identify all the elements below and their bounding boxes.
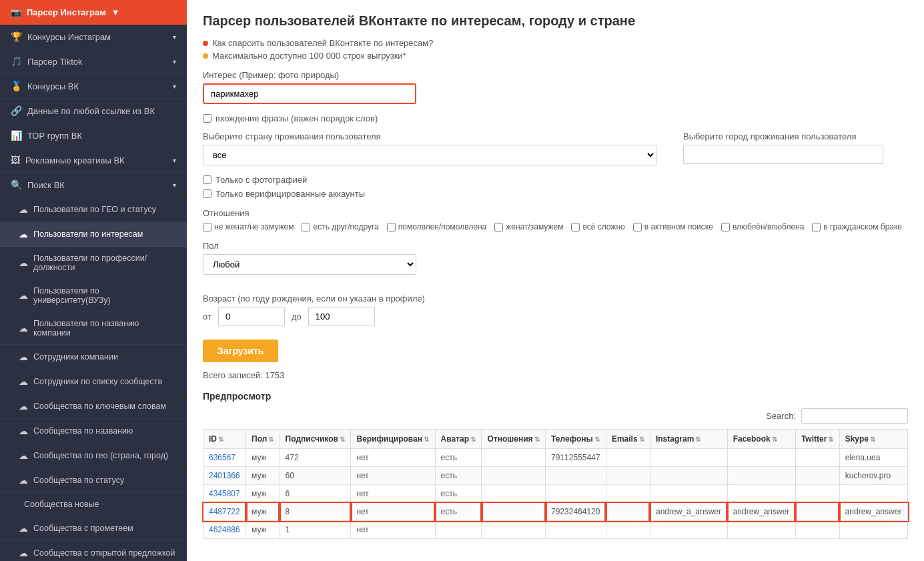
table-cell-id-4[interactable]: 4624886 (203, 521, 246, 539)
sidebar-item-1[interactable]: 🎵 Парсер Tiktok ▾ (0, 49, 187, 74)
table-cell-id-0[interactable]: 636567 (203, 449, 246, 467)
table-body: 636567муж472нетесть79112555447elena.uea2… (203, 449, 908, 539)
col-header-отношения[interactable]: Отношения⇅ (482, 430, 546, 449)
sidebar-item-6[interactable]: 🔍 Поиск ВК ▾ (0, 173, 187, 197)
verified-check-row: Только верифицированные аккаунты (203, 189, 908, 199)
relation-checkbox-1[interactable] (302, 223, 310, 231)
table-cell-id-2[interactable]: 4345807 (203, 485, 246, 503)
verified-checkbox[interactable] (203, 189, 211, 198)
relation-checkbox-6[interactable] (721, 223, 730, 231)
relation-checkbox-2[interactable] (387, 223, 396, 231)
relation-label-1: есть друг/подруга (313, 222, 378, 231)
user-id-link-0[interactable]: 636567 (209, 453, 236, 462)
sidebar-item-12[interactable]: ☁ Сотрудники компании (0, 345, 187, 370)
load-button[interactable]: Загрузить (203, 340, 278, 362)
sidebar-label-4: ТОР групп ВК (27, 131, 82, 141)
col-header-верифицирован[interactable]: Верифицирован⇅ (351, 430, 435, 449)
sidebar-label-15: Сообщества по названию (33, 426, 133, 436)
sidebar-item-7[interactable]: ☁ Пользователи по ГЕО и статусу (0, 197, 187, 222)
sidebar-item-16[interactable]: ☁ Сообщества по гео (страна, город) (0, 444, 187, 468)
sidebar-icon-10: ☁ (19, 290, 28, 301)
col-header-id[interactable]: ID⇅ (203, 430, 246, 449)
filter-checks: Только с фотографией Только верифицирова… (203, 175, 908, 199)
sidebar: 📷 Парсер Инстаграм ▼ 🏆 Конкурсы Инстагра… (0, 0, 187, 561)
table-cell-skype-0: elena.uea (839, 449, 907, 467)
sidebar-item-15[interactable]: ☁ Сообщества по названию (0, 419, 187, 444)
table-cell-id-1[interactable]: 2401366 (203, 467, 246, 485)
sidebar-item-8[interactable]: ☁ Пользователи по интересам (0, 222, 187, 247)
table-cell-телефоны-0: 79112555447 (546, 449, 606, 467)
table-cell-верифицирован-2: нет (351, 485, 435, 503)
user-id-link-3[interactable]: 4487722 (209, 507, 240, 516)
age-from-input[interactable] (218, 307, 285, 326)
sidebar-item-14[interactable]: ☁ Сообщества по ключевым словам (0, 394, 187, 419)
table-cell-skype-3: andrew_answer (839, 503, 907, 521)
sidebar-label-12: Сотрудники компании (33, 352, 118, 362)
search-input[interactable] (801, 408, 908, 424)
sidebar-label-0: Конкурсы Инстаграм (27, 32, 111, 42)
sidebar-item-0[interactable]: 🏆 Конкурсы Инстаграм ▾ (0, 25, 187, 49)
table-cell-верифицирован-4: нет (351, 521, 435, 539)
sort-icon-3: ⇅ (424, 436, 429, 443)
sidebar-item-18[interactable]: Сообщества новые (0, 493, 187, 516)
hint-dot-1 (203, 41, 208, 46)
sidebar-item-20[interactable]: ☁ Сообщества с открытой предложкой (0, 541, 187, 561)
sidebar-icon-3: 🔗 (11, 105, 22, 116)
col-header-instagram[interactable]: Instagram⇅ (650, 430, 727, 449)
relation-checkbox-3[interactable] (494, 223, 503, 231)
preview-label: Предпросмотр (203, 391, 908, 402)
table-cell-телефоны-3: 79232464120 (546, 503, 606, 521)
age-to-input[interactable] (308, 307, 375, 326)
sidebar-icon-9: ☁ (19, 257, 28, 268)
table-cell-телефоны-2 (546, 485, 606, 503)
table-cell-верифицирован-1: нет (351, 467, 435, 485)
phrase-checkbox[interactable] (203, 114, 211, 123)
sidebar-item-4[interactable]: 📊 ТОР групп ВК (0, 123, 187, 148)
col-header-аватар[interactable]: Аватар⇅ (435, 430, 482, 449)
country-select[interactable]: все (203, 145, 656, 165)
sidebar-label-17: Сообщества по статусу (33, 476, 124, 485)
table-cell-id-3[interactable]: 4487722 (203, 503, 246, 521)
city-input[interactable] (683, 145, 883, 164)
sidebar-item-10[interactable]: ☁ Пользователи по университету(ВУЗу) (0, 279, 187, 312)
sidebar-item-9[interactable]: ☁ Пользователи по профессии/должности (0, 247, 187, 279)
table-cell-skype-2 (839, 485, 907, 503)
col-header-emails[interactable]: Emails⇅ (606, 430, 650, 449)
hint-text-2: Максимально доступно 100 000 строк выгру… (212, 51, 406, 61)
col-header-подписчиков[interactable]: Подписчиков⇅ (280, 430, 351, 449)
col-header-twitter[interactable]: Twitter⇅ (795, 430, 839, 449)
user-id-link-2[interactable]: 4345807 (209, 489, 240, 498)
country-col: Выберите страну проживания пользователя … (203, 131, 656, 165)
sidebar-top-label: Парсер Инстаграм (27, 7, 106, 17)
sidebar-item-13[interactable]: ☁ Сотрудники по списку сообществ (0, 370, 187, 394)
col-header-skype[interactable]: Skype⇅ (839, 430, 907, 449)
sidebar-item-17[interactable]: ☁ Сообщества по статусу (0, 468, 187, 493)
sidebar-item-2[interactable]: 🏅 Конкурсы ВК ▾ (0, 74, 187, 99)
table-cell-skype-4 (839, 521, 907, 539)
gender-select[interactable]: ЛюбойМужскойЖенский (203, 254, 416, 275)
user-id-link-1[interactable]: 2401366 (209, 471, 240, 480)
relation-checkbox-4[interactable] (571, 223, 580, 231)
interest-input[interactable] (203, 83, 416, 104)
col-header-телефоны[interactable]: Телефоны⇅ (546, 430, 606, 449)
sidebar-item-5[interactable]: 🖼 Рекламные креативы ВК ▾ (0, 148, 187, 173)
photo-checkbox[interactable] (203, 175, 211, 184)
col-header-facebook[interactable]: Facebook⇅ (727, 430, 795, 449)
sidebar-label-6: Поиск ВК (27, 180, 65, 190)
relations-checkboxes: не женат/не замужем есть друг/подруга по… (203, 222, 908, 231)
relation-checkbox-5[interactable] (633, 223, 642, 231)
hint-line-1: Как спарсить пользователей ВКонтакте по … (203, 38, 908, 48)
col-header-пол[interactable]: Пол⇅ (246, 430, 280, 449)
sidebar-icon-15: ☁ (19, 426, 28, 436)
sidebar-item-19[interactable]: ☁ Сообщества с прометеем (0, 516, 187, 541)
sidebar-label-9: Пользователи по профессии/должности (33, 253, 176, 272)
sidebar-label-19: Сообщества с прометеем (33, 524, 133, 533)
table-cell-подписчиков-2: 6 (280, 485, 351, 503)
relation-checkbox-0[interactable] (203, 223, 211, 231)
sidebar-top-item[interactable]: 📷 Парсер Инстаграм ▼ (0, 0, 187, 25)
sidebar-item-3[interactable]: 🔗 Данные по любой ссылке из ВК (0, 99, 187, 123)
sidebar-item-11[interactable]: ☁ Пользователи по названию компании (0, 312, 187, 345)
relation-checkbox-7[interactable] (812, 223, 821, 231)
age-section: Возраст (по году рождения, если он указа… (203, 294, 908, 326)
user-id-link-4[interactable]: 4624886 (209, 525, 240, 534)
